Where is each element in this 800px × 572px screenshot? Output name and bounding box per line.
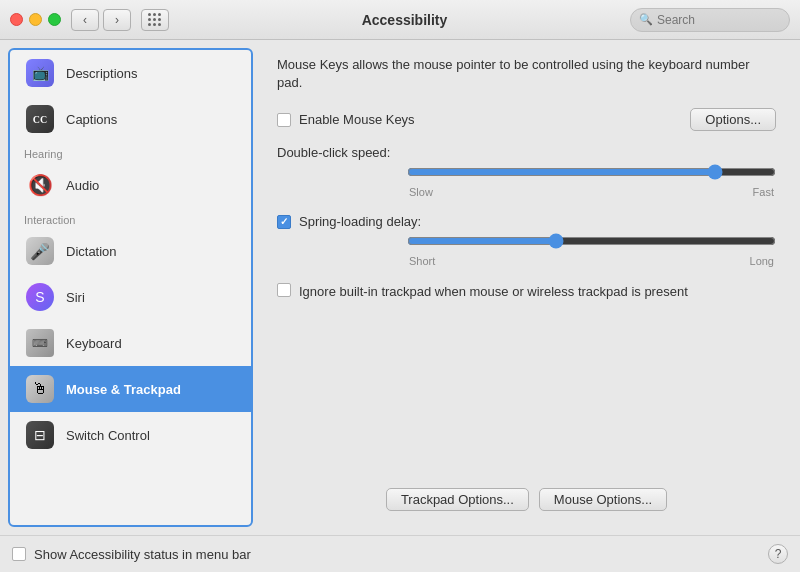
close-button[interactable] [10, 13, 23, 26]
keyboard-icon: ⌨ [24, 327, 56, 359]
forward-button[interactable]: › [103, 9, 131, 31]
descriptions-icon: 📺 [24, 57, 56, 89]
sidebar-item-captions[interactable]: CC Captions [10, 96, 251, 142]
description-text: Mouse Keys allows the mouse pointer to b… [277, 56, 776, 92]
sidebar-item-captions-label: Captions [66, 112, 117, 127]
right-panel: Mouse Keys allows the mouse pointer to b… [253, 40, 800, 535]
search-icon: 🔍 [639, 13, 653, 26]
trackpad-options-button[interactable]: Trackpad Options... [386, 488, 529, 511]
spring-loading-checkbox[interactable] [277, 215, 291, 229]
sidebar-item-audio[interactable]: 🔇 Audio [10, 162, 251, 208]
double-click-speed-slider[interactable] [407, 162, 776, 182]
mouse-options-button[interactable]: Mouse Options... [539, 488, 667, 511]
options-button[interactable]: Options... [690, 108, 776, 131]
back-button[interactable]: ‹ [71, 9, 99, 31]
sidebar-item-dictation[interactable]: 🎤 Dictation [10, 228, 251, 274]
double-click-speed-label: Double-click speed: [277, 145, 390, 160]
sidebar-item-mouse-trackpad[interactable]: 🖱 Mouse & Trackpad [10, 366, 251, 412]
enable-mouse-keys-row: Enable Mouse Keys Options... [277, 108, 776, 131]
nav-buttons: ‹ › [71, 9, 131, 31]
double-click-speed-section: Double-click speed: Slow Fast [277, 145, 776, 198]
sidebar: 📺 Descriptions CC Captions Hearing 🔇 Aud… [8, 48, 253, 527]
help-button[interactable]: ? [768, 544, 788, 564]
grid-icon [148, 13, 162, 27]
spring-loading-labels: Short Long [407, 255, 776, 267]
sidebar-item-switch-control-label: Switch Control [66, 428, 150, 443]
enable-mouse-keys-label[interactable]: Enable Mouse Keys [277, 112, 415, 127]
enable-mouse-keys-checkbox[interactable] [277, 113, 291, 127]
switch-control-icon: ⊟ [24, 419, 56, 451]
sidebar-item-siri[interactable]: S Siri [10, 274, 251, 320]
main-content: 📺 Descriptions CC Captions Hearing 🔇 Aud… [0, 40, 800, 535]
bottom-buttons: Trackpad Options... Mouse Options... [277, 488, 776, 511]
spring-loading-delay-label: Spring-loading delay: [299, 214, 421, 229]
sidebar-item-mouse-trackpad-label: Mouse & Trackpad [66, 382, 181, 397]
audio-icon: 🔇 [24, 169, 56, 201]
sidebar-item-keyboard[interactable]: ⌨ Keyboard [10, 320, 251, 366]
short-label: Short [409, 255, 435, 267]
spring-loading-delay-slider[interactable] [407, 231, 776, 251]
ignore-trackpad-row: Ignore built-in trackpad when mouse or w… [277, 283, 776, 301]
search-box[interactable]: 🔍 [630, 8, 790, 32]
sidebar-item-audio-label: Audio [66, 178, 99, 193]
maximize-button[interactable] [48, 13, 61, 26]
sidebar-item-keyboard-label: Keyboard [66, 336, 122, 351]
window-title: Accessibility [179, 12, 630, 28]
slow-label: Slow [409, 186, 433, 198]
sidebar-item-siri-label: Siri [66, 290, 85, 305]
show-status-label[interactable]: Show Accessibility status in menu bar [12, 547, 251, 562]
sidebar-item-descriptions[interactable]: 📺 Descriptions [10, 50, 251, 96]
minimize-button[interactable] [29, 13, 42, 26]
sidebar-item-descriptions-label: Descriptions [66, 66, 138, 81]
footer: Show Accessibility status in menu bar ? [0, 535, 800, 572]
traffic-lights [10, 13, 61, 26]
siri-icon: S [24, 281, 56, 313]
show-status-text: Show Accessibility status in menu bar [34, 547, 251, 562]
captions-icon: CC [24, 103, 56, 135]
sidebar-item-dictation-label: Dictation [66, 244, 117, 259]
enable-mouse-keys-text: Enable Mouse Keys [299, 112, 415, 127]
grid-button[interactable] [141, 9, 169, 31]
fast-label: Fast [753, 186, 774, 198]
double-click-speed-header: Double-click speed: [277, 145, 776, 160]
ignore-trackpad-text: Ignore built-in trackpad when mouse or w… [299, 283, 688, 301]
spring-loading-delay-header: Spring-loading delay: [277, 214, 776, 229]
titlebar: ‹ › Accessibility 🔍 [0, 0, 800, 40]
interaction-section-label: Interaction [10, 208, 251, 228]
ignore-trackpad-checkbox[interactable] [277, 283, 291, 297]
search-input[interactable] [657, 13, 781, 27]
dictation-icon: 🎤 [24, 235, 56, 267]
mouse-trackpad-icon: 🖱 [24, 373, 56, 405]
double-click-speed-labels: Slow Fast [407, 186, 776, 198]
sidebar-item-switch-control[interactable]: ⊟ Switch Control [10, 412, 251, 458]
spring-loading-delay-section: Spring-loading delay: Short Long [277, 214, 776, 267]
long-label: Long [750, 255, 774, 267]
hearing-section-label: Hearing [10, 142, 251, 162]
show-status-checkbox[interactable] [12, 547, 26, 561]
